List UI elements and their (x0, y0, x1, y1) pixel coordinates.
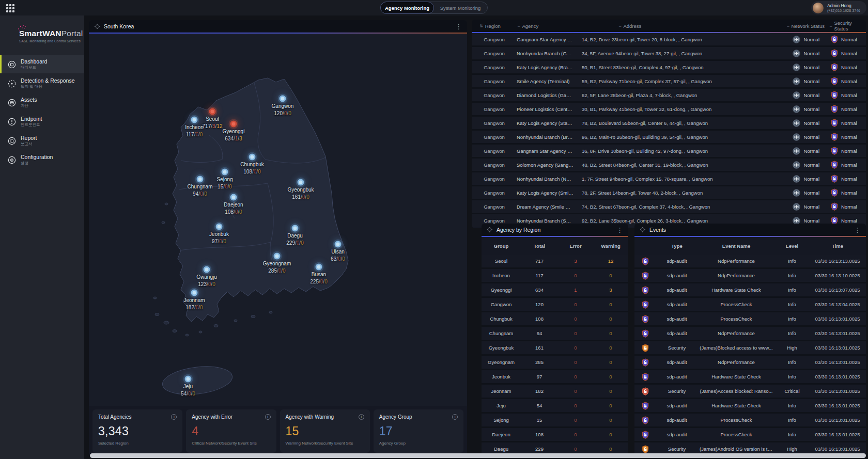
region-table-row[interactable]: Jeonnam18200 (482, 385, 628, 398)
map-marker-sejong[interactable]: Sejong15/0/0 (222, 169, 228, 176)
agency-table-row[interactable]: GangwonGangnam Star Agency (North)14, B2… (472, 33, 866, 45)
map-marker-daejeon[interactable]: Daejeon108/0/0 (230, 194, 237, 201)
tab-agency-monitoring[interactable]: Agency Monitoring (380, 2, 434, 14)
column-header-agency[interactable]: –Agency (517, 23, 579, 29)
agency-table-row[interactable]: GangwonNonhyundai Branch (Branch)96, B2,… (472, 131, 866, 143)
map-marker-gwangju[interactable]: Gwangju123/0/0 (204, 266, 210, 273)
column-header-group[interactable]: Group (482, 243, 521, 249)
column-label: Address (623, 23, 641, 29)
event-row[interactable]: sdp-auditNdpPerformanceInfo03/30 16:13:1… (634, 269, 866, 282)
horizontal-scrollbar[interactable] (90, 453, 866, 458)
info-icon[interactable]: i (265, 414, 271, 420)
sidebar-item-configuration[interactable]: Configuration설정 (0, 151, 84, 169)
agency-table-row[interactable]: GangwonPioneer Logistics (Central Gang..… (472, 103, 866, 115)
region-table-row[interactable]: Seoul717312 (482, 255, 628, 267)
region-table-row[interactable]: Incheon11700 (482, 269, 628, 282)
map-marker-gyeonggi[interactable]: Gyeonggi634/1/3 (230, 121, 237, 128)
region-table-row[interactable]: Chungnam9400 (482, 327, 628, 340)
column-header-security-status[interactable]: –Security Status (827, 20, 866, 31)
sidebar-item-dashboard[interactable]: Dashboard대쉬보드 (0, 55, 84, 73)
column-header-network-status[interactable]: –Network Status (744, 23, 827, 29)
column-header-time[interactable]: Time (809, 243, 866, 249)
region-table-row[interactable]: Jeju5400 (482, 399, 628, 412)
region-table-row[interactable]: Gangwon12000 (482, 298, 628, 311)
agency-table-row[interactable]: GangwonDiamond Logistics (Gangwon St...6… (472, 89, 866, 101)
agency-table-row[interactable]: GangwonSmile Agency (Terminal)59, B2, Pa… (472, 75, 866, 87)
agency-table-row[interactable]: GangwonKaty Logis Agency (Station)78, B2… (472, 117, 866, 129)
region-table-row[interactable]: Chungbuk10800 (482, 312, 628, 325)
user-chip[interactable]: Admin Hong (+82)010-1928-3746 (811, 1, 866, 14)
cell-total: 229 (521, 446, 558, 452)
region-table-row[interactable]: Gyeonggi63413 (482, 283, 628, 296)
map-marker-ulsan[interactable]: Ulsan63/0/0 (335, 241, 342, 248)
region-table-row[interactable]: Gyeongnam28500 (482, 356, 628, 369)
column-header-total[interactable]: Total (521, 243, 558, 249)
event-row[interactable]: sdp-auditHardware State CheckInfo03/30 1… (634, 370, 866, 383)
column-header-address[interactable]: –Address (579, 23, 744, 29)
agency-table-body: GangwonGangnam Star Agency (North)14, B2… (472, 33, 866, 227)
marker-name: Jeju (181, 383, 195, 390)
security-shield-icon (831, 147, 838, 155)
map-marker-seoul[interactable]: Seoul717/3/12 (209, 108, 216, 115)
tab-system-monitoring[interactable]: System Monitoring (433, 2, 487, 14)
event-row[interactable]: sdp-auditNdpPerformanceInfo03/30 16:13:1… (634, 255, 866, 267)
cell-network-status: Normal (744, 77, 827, 85)
map-marker-gangwon[interactable]: Gangwon120/0/0 (280, 96, 286, 102)
column-header-warning[interactable]: Warning (593, 243, 628, 249)
event-row[interactable]: sdp-auditProcessCheckInfo03/30 16:13:01.… (634, 414, 866, 426)
cell-security-status: Normal (827, 202, 866, 211)
info-icon[interactable]: i (452, 414, 458, 420)
map-marker-jeju[interactable]: Jeju54/0/0 (185, 376, 192, 383)
column-header-error[interactable]: Error (558, 243, 593, 249)
info-icon[interactable]: i (359, 414, 364, 420)
cell-error: 0 (558, 403, 593, 408)
map-marker-gyeongbuk[interactable]: Gyeongbuk161/0/0 (298, 179, 304, 186)
map-marker-gyeongnam[interactable]: Gyeongnam285/0/0 (274, 253, 281, 260)
event-row[interactable]: sdp-auditHardware State CheckInfo03/30 1… (634, 283, 866, 296)
event-row[interactable]: sdp-auditHardware State CheckInfo03/30 1… (634, 399, 866, 412)
event-row[interactable]: sdp-auditNdpPerformanceInfo03/30 16:13:0… (634, 356, 866, 369)
event-row[interactable]: sdp-auditProcessCheckInfo03/30 16:13:04.… (634, 298, 866, 311)
map-marker-incheon[interactable]: Incheon117/0/0 (191, 117, 198, 123)
agency-table-row[interactable]: GangwonKaty Logis Agency (Smile Center)7… (472, 186, 866, 199)
map-menu-icon[interactable]: ⋮ (455, 23, 462, 30)
cell-event-type-icon (634, 358, 656, 367)
event-row[interactable]: Security(James)Access blocked: Ranso...C… (634, 385, 866, 398)
event-row[interactable]: sdp-auditNdpPerformanceInfo03/30 16:13:0… (634, 327, 866, 340)
map-marker-chungbuk[interactable]: Chungbuk108/0/0 (249, 154, 256, 161)
map-marker-jeonbuk[interactable]: Jeonbuk97/0/0 (216, 224, 223, 230)
event-row[interactable]: sdp-auditProcessCheckInfo03/30 16:13:01.… (634, 312, 866, 325)
map-marker-daegu[interactable]: Daegu229/0/0 (292, 225, 299, 232)
sidebar-item-detection-response[interactable]: Detection & Response탐지 및 대응 (0, 74, 84, 92)
map-marker-jeonnam[interactable]: Jeonnam182/0/0 (191, 290, 198, 296)
map-marker-chungnam[interactable]: Chungnam94/0/0 (197, 176, 204, 183)
region-table-row[interactable]: Daejeon10800 (482, 428, 628, 441)
map-area[interactable]: Seoul717/3/12Incheon117/0/0Gyeonggi634/1… (89, 34, 467, 406)
events-panel-title: Events (649, 227, 666, 233)
sidebar-item-assets[interactable]: Assets자산 (0, 93, 84, 112)
map-marker-busan[interactable]: Busan225/0/0 (316, 264, 322, 271)
region-table-row[interactable]: Sejong1500 (482, 414, 628, 426)
column-header-type[interactable]: Type (656, 243, 698, 249)
event-row[interactable]: Security(James)Blocked access to www...H… (634, 341, 866, 354)
events-menu-icon[interactable]: ⋮ (854, 226, 861, 234)
region-table-row[interactable]: Gyeongbuk16100 (482, 341, 628, 354)
sidebar-item-endpoint[interactable]: Endpoint엔드포인트 (0, 113, 84, 131)
agency-table-row[interactable]: GangwonNonhyundai Branch (Gangwon ...34,… (472, 47, 866, 59)
app-grid-icon[interactable] (6, 4, 14, 12)
sidebar-item-report[interactable]: Report보고서 (0, 132, 84, 150)
column-header-region[interactable]: ⇅Region (472, 23, 517, 29)
agency-table-row[interactable]: GangwonSolomon Agency (Gangwon Star...48… (472, 159, 866, 171)
agency-table-row[interactable]: GangwonNonhyundai Branch (North)1, 7F, S… (472, 172, 866, 185)
event-row[interactable]: sdp-auditProcessCheckInfo03/30 16:13:01.… (634, 428, 866, 441)
region-table-row[interactable]: Jeonbuk9700 (482, 370, 628, 383)
column-header-level[interactable]: Level (775, 243, 809, 249)
cell-agency: Nonhyundai Branch (South) (517, 218, 579, 224)
region-menu-icon[interactable]: ⋮ (616, 226, 623, 234)
cell-agency: Dream Agency (Smile Center) (517, 204, 579, 210)
agency-table-row[interactable]: GangwonKaty Logis Agency (Branch)50, B1,… (472, 61, 866, 73)
event-shield-icon-audit (642, 272, 649, 280)
agency-table-row[interactable]: GangwonGangnam Star Agency (North)36, 8F… (472, 145, 866, 157)
column-header-event-name[interactable]: Event Name (698, 243, 775, 249)
agency-table-row[interactable]: GangwonDream Agency (Smile Center)74, B2… (472, 200, 866, 213)
